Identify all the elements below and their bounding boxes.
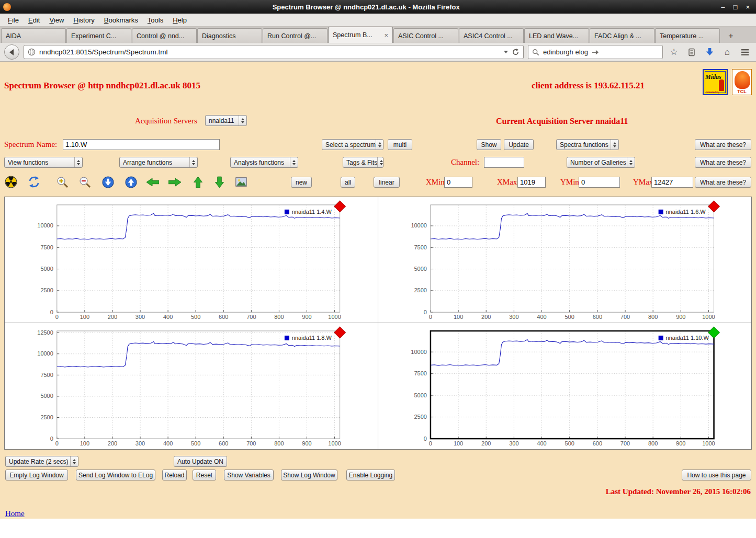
close-button[interactable]: × [746, 3, 750, 11]
home-icon[interactable]: ⌂ [720, 45, 734, 59]
show-button[interactable]: Show [477, 139, 501, 150]
menu-help[interactable]: Help [168, 15, 191, 26]
search-bar[interactable]: edinburgh elog [528, 45, 663, 59]
bookmark-star-icon[interactable]: ☆ [667, 45, 681, 59]
svg-text:500: 500 [191, 440, 200, 447]
tab-control[interactable]: Control @ nnd... [132, 28, 197, 43]
multi-button[interactable]: multi [388, 139, 412, 150]
downloads-icon[interactable] [703, 45, 716, 59]
back-button[interactable] [4, 44, 19, 60]
maximize-button[interactable]: □ [734, 3, 738, 11]
all-button[interactable]: all [341, 177, 355, 188]
minimize-button[interactable]: – [721, 3, 725, 11]
select-spinner-icon [376, 140, 383, 150]
tcl-logo[interactable]: TCL [732, 69, 752, 95]
arrow-left-icon[interactable] [146, 175, 160, 189]
arrange-functions-select[interactable]: Arrange functions [119, 157, 198, 168]
spectrum-chart-1.6.W[interactable]: 0100200300400500600700800900100002500500… [378, 197, 752, 323]
midas-logo[interactable]: Midas powered by [703, 69, 728, 95]
channel-input[interactable] [484, 157, 524, 168]
tags-fits-select[interactable]: Tags & Fits [343, 157, 383, 168]
show-log-window-button[interactable]: Show Log Window [281, 470, 337, 480]
tab-fadc-align[interactable]: FADC Align & ... [590, 28, 655, 43]
tab-run-control[interactable]: Run Control @... [263, 28, 328, 43]
spectrum-chart-1.10.W[interactable]: 0100200300400500600700800900100002500500… [378, 323, 752, 449]
analysis-functions-select[interactable]: Analysis functions [230, 157, 298, 168]
spectrum-chart-1.8.W[interactable]: 0100200300400500600700800900100002500500… [5, 323, 378, 449]
svg-text:0: 0 [50, 436, 53, 442]
menu-tools[interactable]: Tools [143, 15, 168, 26]
number-of-galleries-select[interactable]: Number of Galleries [567, 157, 635, 168]
menu-bookmarks[interactable]: Bookmarks [99, 15, 143, 26]
view-functions-select[interactable]: View functions [4, 157, 83, 168]
tab-diagnostics[interactable]: Diagnostics [197, 28, 262, 43]
zoom-out-icon[interactable] [78, 175, 92, 189]
svg-text:700: 700 [620, 440, 629, 447]
reload-icon[interactable] [512, 48, 520, 56]
zoom-axis-down-icon[interactable] [101, 175, 115, 189]
arrow-up-icon[interactable] [191, 175, 205, 189]
tab-experiment[interactable]: Experiment C... [66, 28, 131, 43]
tab-close-icon[interactable]: × [382, 31, 388, 39]
show-variables-button[interactable]: Show Variables [224, 470, 274, 480]
tab-asic4-control[interactable]: ASIC4 Control ... [459, 28, 524, 43]
bookmarks-menu-icon[interactable] [685, 45, 698, 59]
auto-update-button[interactable]: Auto Update ON [174, 456, 227, 467]
xmin-input[interactable] [444, 177, 472, 188]
new-button[interactable]: new [291, 177, 312, 188]
select-a-spectrum-select[interactable]: Select a spectrum [322, 139, 383, 150]
how-to-use-button[interactable]: How to use this page [682, 470, 751, 480]
home-link[interactable]: Home [5, 509, 25, 518]
menu-icon[interactable] [738, 45, 752, 59]
tab-spectrum-browser[interactable]: Spectrum B... × [328, 27, 393, 43]
svg-text:nnaida11 1.8.W: nnaida11 1.8.W [292, 335, 332, 341]
svg-text:1000: 1000 [328, 314, 341, 320]
reset-button[interactable]: Reset [193, 470, 216, 480]
svg-text:300: 300 [136, 314, 145, 320]
search-go-icon[interactable] [592, 49, 599, 56]
select-spinner-icon [377, 157, 385, 167]
svg-text:100: 100 [80, 440, 89, 447]
zoom-in-icon[interactable] [55, 175, 69, 189]
tab-temperature[interactable]: Temperature ... [655, 28, 720, 43]
empty-log-window-button[interactable]: Empty Log Window [5, 470, 68, 480]
what-are-these-button-2[interactable]: What are these? [695, 157, 751, 168]
url-dropdown-icon[interactable] [504, 51, 508, 53]
svg-text:7500: 7500 [40, 372, 53, 378]
spectrum-name-input[interactable] [63, 139, 220, 150]
send-log-window-button[interactable]: Send Log Window to ELog [76, 470, 155, 480]
spectrum-chart-1.4.W[interactable]: 0100200300400500600700800900100002500500… [5, 197, 378, 323]
tab-led-wave[interactable]: LED and Wave... [524, 28, 589, 43]
zoom-axis-up-icon[interactable] [124, 175, 138, 189]
what-are-these-button-1[interactable]: What are these? [695, 139, 751, 150]
arrow-down-icon[interactable] [212, 175, 226, 189]
menu-history[interactable]: History [69, 15, 99, 26]
refresh-icon[interactable] [27, 175, 41, 189]
update-button[interactable]: Update [504, 139, 534, 150]
page-title: Spectrum Browser @ http nndhcp021.dl.ac.… [4, 81, 200, 91]
linear-button[interactable]: linear [374, 177, 400, 188]
spectra-functions-select[interactable]: Spectra functions [556, 139, 619, 150]
ymax-input[interactable] [651, 177, 693, 188]
svg-text:800: 800 [274, 314, 284, 320]
arrow-right-icon[interactable] [168, 175, 182, 189]
what-are-these-button-3[interactable]: What are these? [695, 177, 751, 188]
update-rate-select[interactable]: Update Rate (2 secs) [5, 456, 78, 467]
new-tab-button[interactable]: + [723, 29, 739, 43]
update-rate-row: Update Rate (2 secs) Auto Update ON [0, 456, 756, 468]
menu-file[interactable]: File [3, 15, 24, 26]
enable-logging-button[interactable]: Enable Logging [346, 470, 395, 480]
reload-button[interactable]: Reload [162, 470, 187, 480]
acquisition-server-select[interactable]: nnaida11 [205, 115, 247, 126]
tab-aida[interactable]: AIDA [1, 28, 66, 43]
xmax-input[interactable] [517, 177, 546, 188]
svg-text:7500: 7500 [414, 370, 426, 376]
image-icon[interactable] [234, 175, 248, 189]
url-bar[interactable]: nndhcp021:8015/Spectrum/Spectrum.tml [24, 45, 524, 59]
radiation-icon[interactable] [4, 175, 18, 189]
ymin-input[interactable] [579, 177, 620, 188]
menu-edit[interactable]: Edit [24, 15, 44, 26]
select-spinner-icon [189, 157, 197, 167]
tab-asic-control[interactable]: ASIC Control ... [393, 28, 458, 43]
menu-view[interactable]: View [44, 15, 69, 26]
